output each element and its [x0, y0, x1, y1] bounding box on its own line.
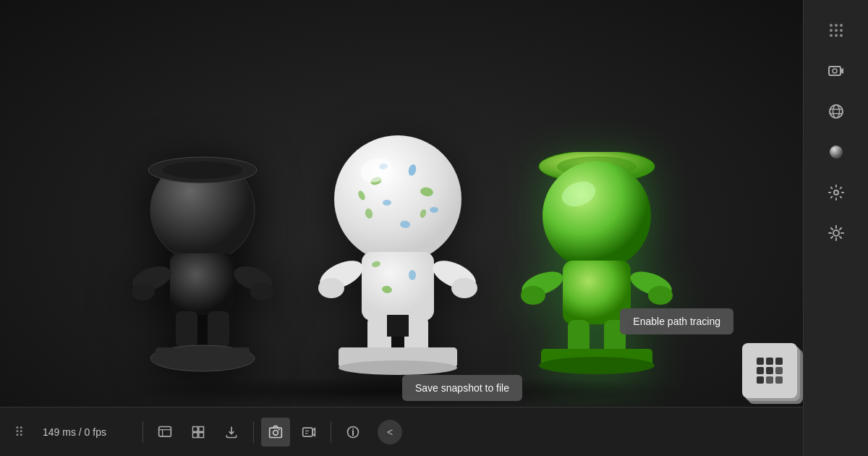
- svg-point-26: [409, 270, 416, 280]
- svg-line-94: [839, 237, 841, 238]
- svg-point-73: [840, 24, 843, 27]
- svg-point-87: [834, 190, 838, 195]
- svg-point-76: [840, 29, 843, 32]
- svg-point-75: [835, 29, 838, 32]
- toolbar-separator-1: [142, 421, 143, 443]
- sidebar-camera-button[interactable]: [817, 52, 855, 90]
- svg-point-71: [830, 24, 833, 27]
- svg-rect-55: [278, 428, 280, 430]
- svg-point-15: [383, 200, 391, 206]
- svg-point-6: [132, 283, 155, 300]
- sidebar-light-button[interactable]: [817, 214, 855, 252]
- import-button[interactable]: [217, 418, 246, 447]
- snapshot-button[interactable]: [261, 418, 290, 447]
- record-button[interactable]: [294, 418, 323, 447]
- svg-point-72: [835, 24, 838, 27]
- svg-rect-68: [766, 376, 773, 384]
- svg-point-77: [830, 34, 833, 37]
- svg-rect-8: [176, 311, 197, 347]
- svg-rect-9: [208, 311, 229, 347]
- svg-line-96: [839, 228, 841, 229]
- svg-rect-63: [766, 358, 773, 365]
- toolbar-separator-2: [253, 421, 254, 443]
- sidebar-apps-button[interactable]: [817, 12, 855, 49]
- sidebar-material-button[interactable]: [817, 133, 855, 171]
- svg-point-31: [451, 278, 477, 298]
- svg-rect-34: [387, 315, 409, 337]
- svg-rect-3: [170, 253, 235, 315]
- sidebar-globe-button[interactable]: [817, 93, 855, 130]
- svg-line-95: [830, 237, 832, 238]
- svg-point-83: [833, 105, 839, 118]
- sidebar-settings-button[interactable]: [817, 174, 855, 211]
- svg-rect-41: [563, 261, 631, 324]
- svg-rect-65: [757, 367, 764, 374]
- svg-rect-69: [775, 367, 783, 374]
- svg-point-39: [542, 161, 651, 270]
- fps-display: 149 ms / 0 fps: [34, 426, 135, 438]
- toolbar-drag-handle[interactable]: ⠿: [14, 424, 24, 440]
- svg-point-36: [339, 360, 457, 375]
- svg-point-49: [539, 357, 655, 374]
- svg-rect-66: [766, 367, 773, 374]
- svg-rect-50: [159, 426, 171, 436]
- svg-rect-56: [303, 428, 312, 436]
- path-tracing-button[interactable]: [742, 343, 797, 398]
- svg-rect-62: [757, 358, 764, 365]
- svg-point-2: [163, 161, 242, 179]
- sidebar: [803, 0, 868, 456]
- ground-shadow: [112, 376, 691, 405]
- svg-point-45: [648, 286, 673, 305]
- info-button[interactable]: [339, 418, 367, 447]
- viewport: ⠿ 149 ms / 0 fps: [0, 0, 803, 456]
- svg-point-81: [833, 69, 837, 73]
- figurine-green: [521, 152, 673, 376]
- svg-point-12: [334, 135, 461, 263]
- svg-point-22: [430, 207, 438, 213]
- figurine-white: [318, 130, 477, 376]
- layout-button[interactable]: [184, 418, 213, 447]
- svg-line-93: [830, 228, 832, 229]
- figurine-dark: [130, 152, 275, 376]
- svg-rect-70: [775, 376, 783, 384]
- svg-point-82: [830, 105, 843, 118]
- svg-point-74: [830, 29, 833, 32]
- svg-rect-64: [775, 358, 783, 365]
- svg-point-78: [835, 34, 838, 37]
- bottom-toolbar: ⠿ 149 ms / 0 fps: [0, 407, 803, 456]
- svg-rect-24: [362, 252, 434, 321]
- svg-point-88: [833, 230, 839, 236]
- svg-rect-67: [757, 376, 764, 384]
- svg-point-44: [521, 286, 545, 305]
- viewport-button[interactable]: [150, 418, 179, 447]
- svg-point-61: [352, 428, 354, 429]
- toolbar-separator-3: [331, 421, 331, 443]
- svg-rect-11: [156, 347, 250, 363]
- svg-rect-80: [829, 67, 841, 75]
- svg-rect-53: [270, 428, 282, 437]
- svg-point-7: [250, 283, 273, 300]
- collapse-button[interactable]: <: [378, 420, 402, 444]
- svg-point-54: [273, 430, 278, 435]
- svg-point-79: [840, 34, 843, 37]
- svg-point-30: [318, 278, 344, 298]
- 3d-scene: [0, 0, 803, 405]
